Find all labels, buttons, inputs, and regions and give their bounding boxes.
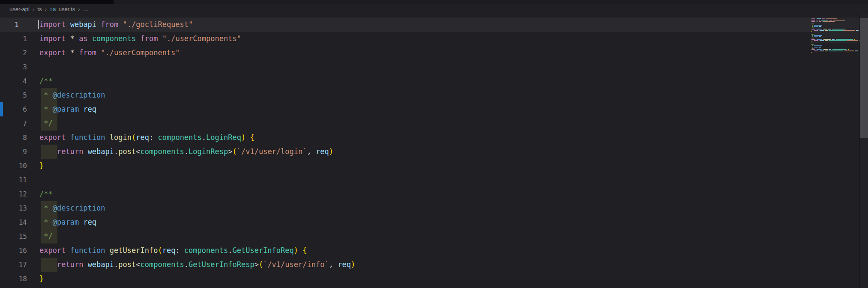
code-token: .	[202, 133, 206, 142]
breadcrumb-item-file[interactable]: user.ts	[59, 6, 75, 12]
scrollbar-thumb[interactable]	[860, 18, 868, 138]
minimap-token	[812, 48, 814, 49]
line-content[interactable]: * @param req	[27, 102, 811, 116]
line-content[interactable]	[27, 60, 811, 74]
indent-highlight	[41, 258, 57, 272]
line-number[interactable]: 16	[0, 243, 27, 258]
code-token: export	[39, 48, 66, 57]
code-line[interactable]: 4/**	[0, 74, 811, 88]
line-content[interactable]: return webapi.post<components.LoginResp>…	[27, 145, 811, 159]
code-line[interactable]: 6 * @param req	[0, 102, 811, 116]
line-content[interactable]: export * from "./userComponents"	[27, 46, 811, 60]
indent-highlight	[41, 201, 57, 215]
line-content[interactable]: */	[27, 116, 811, 131]
code-line[interactable]: 2export * from "./userComponents"	[0, 46, 811, 60]
line-content[interactable]: import webapi from "./gocliRequest"	[27, 18, 811, 32]
code-line[interactable]: 15 */	[0, 229, 811, 243]
minimap-token	[856, 30, 859, 31]
line-content[interactable]: * @description	[27, 201, 811, 215]
breadcrumb-item-folder[interactable]: user-api	[9, 6, 30, 12]
line-content[interactable]: */	[27, 229, 811, 243]
minimap-token	[812, 47, 813, 48]
code-line[interactable]: 10}	[0, 159, 811, 173]
line-number[interactable]: 10	[0, 159, 27, 173]
line-number[interactable]: 9	[0, 145, 27, 159]
code-token: components	[141, 147, 184, 156]
minimap-token	[825, 40, 828, 41]
line-number[interactable]: 13	[0, 201, 27, 215]
indent-highlight	[41, 145, 57, 159]
minimap-token	[843, 30, 854, 31]
code-line[interactable]: 1import webapi from "./gocliRequest"	[0, 18, 811, 32]
line-content[interactable]: * @description	[27, 88, 811, 102]
line-number[interactable]: 3	[0, 60, 27, 74]
line-content[interactable]: }	[27, 159, 811, 173]
line-number[interactable]: 17	[0, 258, 27, 272]
minimap[interactable]	[811, 14, 859, 288]
minimap-token	[832, 29, 845, 30]
code-token: )	[241, 133, 245, 142]
code-token: {	[250, 133, 254, 142]
code-token: req	[316, 147, 329, 156]
minimap-token	[814, 30, 818, 31]
minimap-token	[814, 26, 818, 27]
code-line[interactable]: 5 * @description	[0, 88, 811, 102]
code-line[interactable]: 9 return webapi.post<components.LoginRes…	[0, 145, 811, 159]
code-token: (	[158, 246, 162, 255]
line-content[interactable]: * @param req	[27, 215, 811, 229]
code-line[interactable]: 8export function login(req: components.L…	[0, 131, 811, 145]
line-number[interactable]: 14	[0, 215, 27, 229]
code-token: {	[302, 246, 307, 255]
code-token: "./userComponents"	[101, 48, 180, 57]
code-token: req	[338, 260, 351, 269]
line-content[interactable]: /**	[27, 187, 811, 201]
line-content[interactable]: import * as components from "./userCompo…	[27, 32, 811, 46]
code-token: *	[66, 34, 79, 43]
minimap-token	[817, 18, 820, 19]
line-content[interactable]: export function login(req: components.Lo…	[27, 131, 811, 145]
code-line[interactable]: 13 * @description	[0, 201, 811, 215]
code-line[interactable]: 7 */	[0, 116, 811, 131]
code-lines[interactable]: 1import webapi from "./gocliRequest"1imp…	[0, 14, 811, 288]
line-content[interactable]: }	[27, 272, 811, 286]
code-line[interactable]: 17 return webapi.post<components.GetUser…	[0, 258, 811, 272]
code-token: import	[39, 34, 66, 43]
code-line[interactable]: 11	[0, 173, 811, 187]
line-number[interactable]: 18	[0, 272, 27, 286]
active-tab-sliver[interactable]	[0, 0, 114, 4]
code-line[interactable]: 1import * as components from "./userComp…	[0, 32, 811, 46]
minimap-token	[814, 50, 818, 51]
line-content[interactable]	[27, 173, 811, 187]
line-number[interactable]: 11	[0, 173, 27, 187]
line-number[interactable]: 6	[0, 102, 27, 116]
line-number[interactable]: 1	[0, 32, 27, 46]
minimap-token	[819, 36, 821, 37]
code-token: function	[70, 246, 105, 255]
line-number[interactable]: 1	[0, 18, 27, 32]
code-line[interactable]: 3	[0, 60, 811, 74]
code-line[interactable]: 12/**	[0, 187, 811, 201]
code-token: webapi	[88, 260, 114, 269]
line-number[interactable]: 12	[0, 187, 27, 201]
line-number[interactable]: 2	[0, 46, 27, 60]
line-content[interactable]: export function getUserInfo(req: compone…	[27, 243, 811, 258]
code-line[interactable]: 14 * @param req	[0, 215, 811, 229]
vertical-scrollbar[interactable]	[859, 14, 868, 288]
breadcrumb-item-subfolder[interactable]: ts	[37, 6, 42, 12]
code-line[interactable]: 18}	[0, 272, 811, 286]
line-number[interactable]: 5	[0, 88, 27, 102]
line-content[interactable]: /**	[27, 74, 811, 88]
line-number[interactable]: 8	[0, 131, 27, 145]
breadcrumb-item-symbol[interactable]: …	[83, 6, 88, 12]
line-content[interactable]: return webapi.post<components.GetUserInf…	[27, 258, 811, 272]
code-token	[83, 260, 87, 269]
minimap-token	[836, 39, 853, 40]
code-token	[66, 133, 70, 142]
code-token: export	[39, 246, 66, 255]
line-number[interactable]: 15	[0, 229, 27, 243]
line-number[interactable]: 7	[0, 116, 27, 131]
minimap-token	[811, 52, 812, 53]
code-line[interactable]: 16export function getUserInfo(req: compo…	[0, 243, 811, 258]
minimap-token	[817, 49, 822, 50]
line-number[interactable]: 4	[0, 74, 27, 88]
